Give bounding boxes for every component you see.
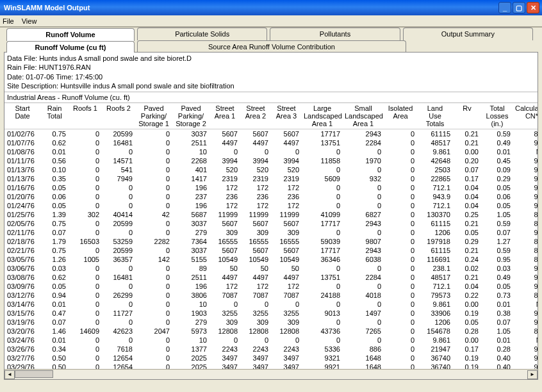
- cell: 0: [135, 174, 172, 183]
- cell: 0: [302, 147, 343, 156]
- table-row[interactable]: 01/13/760.100541040152052052000025030.07…: [4, 165, 538, 174]
- cell: 0.07: [40, 318, 69, 327]
- cell: 6827: [343, 210, 384, 219]
- cell: 61115: [417, 219, 453, 228]
- tab-runoff-volume[interactable]: Runoff Volume: [6, 28, 135, 41]
- table-row[interactable]: 02/21/760.750205990303756075607560717717…: [4, 246, 538, 255]
- cell: 36346: [302, 255, 343, 264]
- col-paved2[interactable]: PavedParking/Storage 2: [172, 103, 209, 129]
- col-rv[interactable]: Rv: [453, 103, 481, 129]
- cell: 0: [69, 273, 102, 282]
- cell: 7087: [271, 291, 302, 300]
- col-small-land[interactable]: SmallLandscapedArea 1: [343, 103, 384, 129]
- cell: 0.38: [481, 309, 513, 318]
- tab-runoff-volume-cuft[interactable]: Runoff Volume (cu ft): [6, 41, 135, 53]
- scroll-track[interactable]: [15, 370, 527, 379]
- cell: 2319: [271, 174, 302, 183]
- table-row[interactable]: 01/20/760.06000237236236236000943.90.040…: [4, 192, 538, 201]
- table-row[interactable]: 01/16/760.05000196172172172000712.10.040…: [4, 183, 538, 192]
- cell: 4497: [240, 273, 271, 282]
- col-street1[interactable]: StreetArea 1: [209, 103, 240, 129]
- table-row[interactable]: 03/09/760.05000196172172172000712.10.040…: [4, 282, 538, 291]
- tab-source-area-contrib[interactable]: Source Area Runoff Volume Contribution: [137, 40, 406, 52]
- cell: 0: [384, 228, 417, 237]
- table-row[interactable]: 03/27/760.500126540202534973497349793211…: [4, 354, 538, 363]
- table-row[interactable]: 03/26/760.340761801377224322432243533688…: [4, 345, 538, 354]
- cell: 9.861: [417, 300, 453, 309]
- table-row[interactable]: 03/12/760.940262990380670877087708724188…: [4, 291, 538, 300]
- col-roofs1[interactable]: Roofs 1: [69, 103, 102, 129]
- table-row[interactable]: 03/24/760.01000100000009.8610.000.01N/A: [4, 336, 538, 345]
- col-large-land[interactable]: LargeLandscapedArea 1: [302, 103, 343, 129]
- table-row[interactable]: 02/05/760.750205990303756075607560717717…: [4, 219, 538, 228]
- cell: 3497: [240, 354, 271, 363]
- col-calc-cn[interactable]: CalculatedCN*: [513, 103, 538, 129]
- cell: 309: [271, 318, 302, 327]
- cell: 2284: [343, 138, 384, 147]
- cell: 0: [384, 345, 417, 354]
- cell: 2284: [343, 273, 384, 282]
- col-street3[interactable]: StreetArea 3: [271, 103, 302, 129]
- table-row[interactable]: 03/14/760.01000100000009.8610.000.01N/A: [4, 300, 538, 309]
- table-row[interactable]: 03/15/760.470117270190332553255325590131…: [4, 309, 538, 318]
- table-row[interactable]: 01/13/760.350794901417231923192319560993…: [4, 174, 538, 183]
- col-roofs2[interactable]: Roofs 2: [102, 103, 135, 129]
- cell: 0.75: [40, 219, 69, 228]
- cell: 01/20/76: [4, 192, 40, 201]
- cell: 0.29: [453, 237, 481, 246]
- table-row[interactable]: 01/07/760.620164810251144974497449713751…: [4, 138, 538, 147]
- cell: 20599: [102, 246, 135, 255]
- table-row[interactable]: 03/06/760.0300089505050000238.10.020.039…: [4, 264, 538, 273]
- cell: 20599: [102, 219, 135, 228]
- cell: 42623: [102, 327, 135, 336]
- cell: 0.50: [40, 354, 69, 363]
- table-row[interactable]: 02/11/760.0700027930930930900012060.050.…: [4, 228, 538, 237]
- cell: 943.9: [417, 192, 453, 201]
- cell: 11999: [240, 210, 271, 219]
- close-button[interactable]: ✕: [527, 2, 539, 13]
- cell: N/A: [513, 147, 538, 156]
- scroll-right-icon[interactable]: ►: [527, 370, 538, 379]
- section-header: Industrial Areas - Runoff Volume (cu. ft…: [4, 92, 538, 103]
- col-land-use-totals[interactable]: LandUseTotals: [417, 103, 453, 129]
- menu-file[interactable]: File: [3, 17, 14, 25]
- table-row[interactable]: 03/20/761.461460942623204759731280812808…: [4, 327, 538, 336]
- cell: 14571: [102, 156, 135, 165]
- table-row[interactable]: 02/18/761.791650353259228273641655516555…: [4, 237, 538, 246]
- cell: 0.75: [40, 246, 69, 255]
- maximize-button[interactable]: ▢: [513, 2, 525, 13]
- table-row[interactable]: 03/19/760.0700027930930930900012060.050.…: [4, 318, 538, 327]
- scroll-left-icon[interactable]: ◄: [4, 370, 15, 379]
- table-row[interactable]: 03/05/761.261005363571425155105491054910…: [4, 255, 538, 264]
- cell: 5607: [240, 246, 271, 255]
- table-row[interactable]: 03/29/760.500126540202534973497349799211…: [4, 363, 538, 369]
- menu-view[interactable]: View: [22, 17, 37, 25]
- cell: 03/24/76: [4, 336, 40, 345]
- col-street2[interactable]: StreetArea 2: [240, 103, 271, 129]
- table-row[interactable]: 01/02/760.750205990303756075607560717717…: [4, 129, 538, 139]
- col-paved1[interactable]: PavedParking/Storage 1: [135, 103, 172, 129]
- cell: 3497: [209, 354, 240, 363]
- cell: 172: [240, 183, 271, 192]
- table-row[interactable]: 01/08/760.01000100000009.8610.000.01N/A: [4, 147, 538, 156]
- col-rain-total[interactable]: RainTotal: [40, 103, 69, 129]
- tab-pollutants[interactable]: Pollutants: [270, 28, 400, 40]
- table-row[interactable]: 01/25/761.393024041442568711999119991199…: [4, 210, 538, 219]
- data-grid[interactable]: StartDate RainTotal Roofs 1 Roofs 2 Pave…: [4, 103, 538, 369]
- h-scrollbar[interactable]: ◄ ►: [4, 369, 538, 379]
- table-row[interactable]: 01/11/760.560145710226839943994399411858…: [4, 156, 538, 165]
- cell: 7949: [102, 174, 135, 183]
- col-isolated[interactable]: IsolatedArea: [384, 103, 417, 129]
- scroll-thumb[interactable]: [15, 370, 53, 378]
- cell: 0.21: [453, 129, 481, 139]
- minimize-button[interactable]: _: [498, 2, 511, 13]
- cell: 2243: [271, 345, 302, 354]
- cell: 302: [69, 210, 102, 219]
- col-start-date[interactable]: StartDate: [4, 103, 40, 129]
- table-row[interactable]: 03/08/760.620164810251144974497449713751…: [4, 273, 538, 282]
- tab-particulate-solids[interactable]: Particulate Solids: [137, 28, 267, 40]
- tab-output-summary[interactable]: Output Summary: [403, 28, 533, 40]
- table-row[interactable]: 01/24/760.05000196172172172000712.10.040…: [4, 201, 538, 210]
- col-total-losses[interactable]: TotalLosses(in.): [481, 103, 513, 129]
- cell: 1206: [417, 228, 453, 237]
